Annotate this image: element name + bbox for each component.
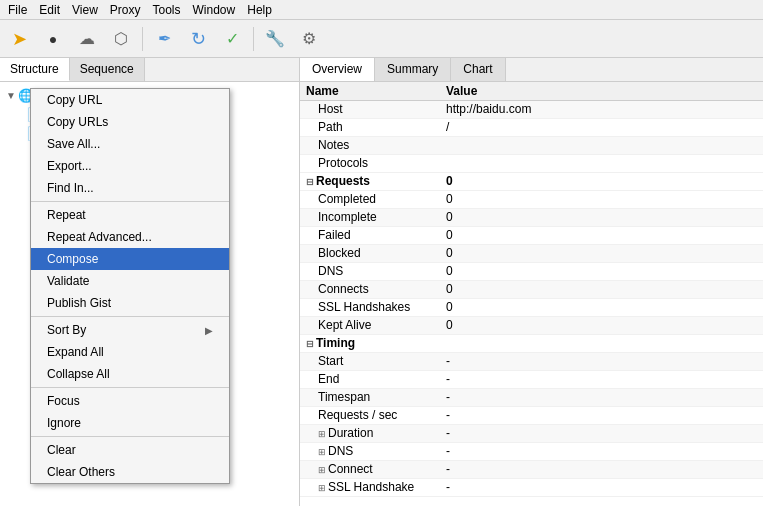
toolbar-cloud-btn[interactable]: ☁ [72,24,102,54]
ctx-sep1 [31,201,229,202]
kept-alive-value: 0 [440,316,763,334]
dns-name: DNS [300,262,440,280]
col-name-header: Name [300,82,440,100]
ctx-repeat[interactable]: Repeat [31,204,229,226]
ssl-handshakes-value: 0 [440,298,763,316]
toolbar-gear-btn[interactable]: ⚙ [294,24,324,54]
completed-name: Completed [300,190,440,208]
menu-file[interactable]: File [2,1,33,19]
requests-collapse-icon[interactable]: ⊟ [306,177,314,187]
connect-name: ⊞Connect [300,460,440,478]
refresh-icon: ↻ [191,28,206,50]
ctx-validate[interactable]: Validate [31,270,229,292]
failed-name: Failed [300,226,440,244]
check-icon: ✓ [226,29,239,48]
table-row: Completed 0 [300,190,763,208]
toolbar-sep1 [142,27,143,51]
table-row: End - [300,370,763,388]
table-row: Incomplete 0 [300,208,763,226]
toolbar-pen-btn[interactable]: ✒ [149,24,179,54]
ctx-copy-url[interactable]: Copy URL [31,89,229,111]
menu-window[interactable]: Window [187,1,242,19]
ctx-expand-all[interactable]: Expand All [31,341,229,363]
ssl-handshakes-name: SSL Handshakes [300,298,440,316]
tab-overview[interactable]: Overview [300,58,375,81]
blocked-name: Blocked [300,244,440,262]
notes-name: Notes [300,136,440,154]
ctx-focus[interactable]: Focus [31,390,229,412]
toolbar: ➤ ● ☁ ⬡ ✒ ↻ ✓ 🔧 ⚙ [0,20,763,58]
menu-view[interactable]: View [66,1,104,19]
menu-help[interactable]: Help [241,1,278,19]
ctx-compose[interactable]: Compose [31,248,229,270]
tab-summary[interactable]: Summary [375,58,451,81]
tab-sequence[interactable]: Sequence [70,58,145,81]
timing-section-row: ⊟Timing [300,334,763,352]
requests-name: ⊟Requests [300,172,440,190]
table-header-row: Name Value [300,82,763,100]
menu-proxy[interactable]: Proxy [104,1,147,19]
toolbar-wrench-btn[interactable]: 🔧 [260,24,290,54]
toolbar-check-btn[interactable]: ✓ [217,24,247,54]
col-value-header: Value [440,82,763,100]
blocked-value: 0 [440,244,763,262]
start-value: - [440,352,763,370]
property-table: Name Value Host http://baidu.com Path / … [300,82,763,497]
timing-value [440,334,763,352]
menu-tools[interactable]: Tools [147,1,187,19]
incomplete-value: 0 [440,208,763,226]
ctx-collapse-all[interactable]: Collapse All [31,363,229,385]
ssl-handshake-expand-icon[interactable]: ⊞ [318,483,326,493]
gear-icon: ⚙ [302,29,316,48]
menu-edit[interactable]: Edit [33,1,66,19]
main-container: Structure Sequence ▼ 🌐 http://baidu.com … [0,58,763,506]
table-row: Requests / sec - [300,406,763,424]
ctx-clear-others[interactable]: Clear Others [31,461,229,483]
context-menu: Copy URL Copy URLs Save All... Export...… [30,88,230,484]
host-value: http://baidu.com [440,100,763,118]
record-icon: ● [49,31,57,47]
tab-structure[interactable]: Structure [0,58,70,81]
toolbar-refresh-btn[interactable]: ↻ [183,24,213,54]
ctx-save-all[interactable]: Save All... [31,133,229,155]
connect-value: - [440,460,763,478]
end-name: End [300,370,440,388]
duration-expand-icon[interactable]: ⊞ [318,429,326,439]
toolbar-arrow-btn[interactable]: ➤ [4,24,34,54]
wrench-icon: 🔧 [265,29,285,48]
toolbar-hex-btn[interactable]: ⬡ [106,24,136,54]
table-container: Name Value Host http://baidu.com Path / … [300,82,763,506]
tree-toggle-icon: ▼ [6,90,16,101]
timing-collapse-icon[interactable]: ⊟ [306,339,314,349]
ctx-ignore[interactable]: Ignore [31,412,229,434]
ctx-copy-urls[interactable]: Copy URLs [31,111,229,133]
requests-section-row: ⊟Requests 0 [300,172,763,190]
sort-by-arrow-icon: ▶ [205,325,213,336]
ctx-repeat-advanced[interactable]: Repeat Advanced... [31,226,229,248]
table-row: Start - [300,352,763,370]
connect-expand-icon[interactable]: ⊞ [318,465,326,475]
table-row: SSL Handshakes 0 [300,298,763,316]
ctx-publish-gist[interactable]: Publish Gist [31,292,229,314]
kept-alive-name: Kept Alive [300,316,440,334]
end-value: - [440,370,763,388]
ctx-export[interactable]: Export... [31,155,229,177]
right-panel: Overview Summary Chart Name Value Host h… [300,58,763,506]
path-value: / [440,118,763,136]
right-tab-bar: Overview Summary Chart [300,58,763,82]
ssl-handshake-name: ⊞SSL Handshake [300,478,440,496]
table-row: Host http://baidu.com [300,100,763,118]
ctx-clear[interactable]: Clear [31,439,229,461]
toolbar-record-btn[interactable]: ● [38,24,68,54]
dns-expand-icon[interactable]: ⊞ [318,447,326,457]
path-name: Path [300,118,440,136]
completed-value: 0 [440,190,763,208]
ctx-sep2 [31,316,229,317]
ctx-sort-by[interactable]: Sort By ▶ [31,319,229,341]
cloud-icon: ☁ [79,29,95,48]
timing-name: ⊟Timing [300,334,440,352]
ctx-find-in[interactable]: Find In... [31,177,229,199]
tab-chart[interactable]: Chart [451,58,505,81]
duration-name: ⊞Duration [300,424,440,442]
timespan-value: - [440,388,763,406]
